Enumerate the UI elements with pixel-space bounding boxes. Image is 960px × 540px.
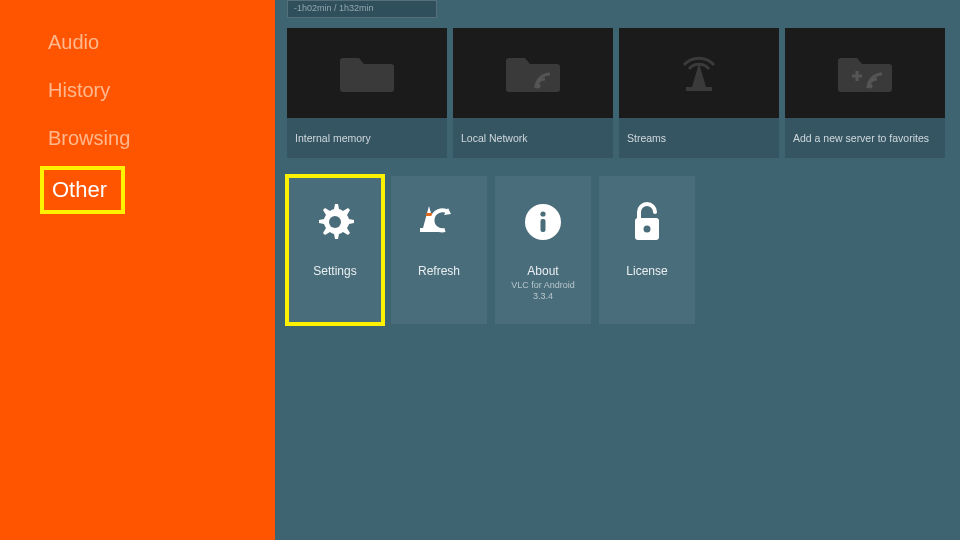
other-tile-about[interactable]: About VLC for Android3.3.4 [495, 176, 591, 324]
main-panel: -1h02min / 1h32min Internal memory [275, 0, 960, 540]
svg-point-12 [644, 226, 651, 233]
browse-tile-local-network[interactable]: Local Network [453, 28, 613, 158]
svg-point-9 [540, 211, 545, 216]
gear-icon [311, 198, 359, 246]
other-tile-label: Refresh [418, 264, 460, 278]
browse-tile-label: Internal memory [295, 132, 371, 144]
sidebar-item-history[interactable]: History [0, 66, 275, 114]
video-thumb[interactable]: -1h02min / 1h32min [287, 0, 437, 18]
other-tile-label: Settings [313, 264, 356, 278]
folder-icon [287, 28, 447, 118]
other-row: Settings Refresh [287, 176, 950, 324]
video-time-caption: -1h02min / 1h32min [294, 3, 374, 13]
svg-rect-1 [686, 87, 712, 91]
video-strip: -1h02min / 1h32min [287, 0, 950, 18]
sidebar-item-label: Other [40, 166, 125, 214]
svg-point-5 [329, 216, 341, 228]
browse-tile-add-server[interactable]: Add a new server to favorites [785, 28, 945, 158]
other-tile-label: About [527, 264, 558, 278]
browse-tile-streams[interactable]: Streams [619, 28, 779, 158]
browse-tile-label: Local Network [461, 132, 528, 144]
svg-rect-7 [426, 213, 432, 216]
sidebar-item-audio[interactable]: Audio [0, 18, 275, 66]
svg-rect-10 [541, 219, 546, 232]
browse-tile-label: Streams [627, 132, 666, 144]
add-server-icon [785, 28, 945, 118]
lock-open-icon [623, 198, 671, 246]
refresh-cone-icon [415, 198, 463, 246]
sidebar: Audio History Browsing Other [0, 0, 275, 540]
other-tile-license[interactable]: License [599, 176, 695, 324]
other-tile-sub: VLC for Android3.3.4 [511, 280, 575, 302]
sidebar-item-label: History [48, 79, 110, 101]
folder-network-icon [453, 28, 613, 118]
sidebar-item-label: Audio [48, 31, 99, 53]
browse-tile-label: Add a new server to favorites [793, 132, 929, 144]
sidebar-item-label: Browsing [48, 127, 130, 149]
sidebar-item-browsing[interactable]: Browsing [0, 114, 275, 162]
browse-row: Internal memory Local Network [287, 28, 950, 158]
svg-point-0 [536, 84, 541, 89]
sidebar-item-other[interactable]: Other [0, 162, 275, 218]
info-icon [519, 198, 567, 246]
other-tile-refresh[interactable]: Refresh [391, 176, 487, 324]
browse-tile-internal-memory[interactable]: Internal memory [287, 28, 447, 158]
stream-cone-icon [619, 28, 779, 118]
other-tile-label: License [626, 264, 667, 278]
other-tile-settings[interactable]: Settings [287, 176, 383, 324]
svg-point-4 [868, 84, 873, 89]
